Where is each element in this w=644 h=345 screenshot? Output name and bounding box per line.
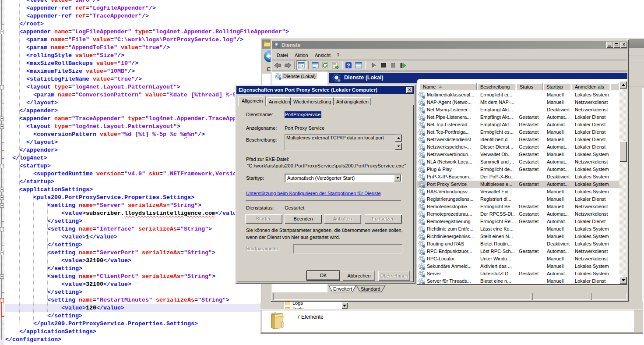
svg-text:?: ? (347, 63, 350, 69)
